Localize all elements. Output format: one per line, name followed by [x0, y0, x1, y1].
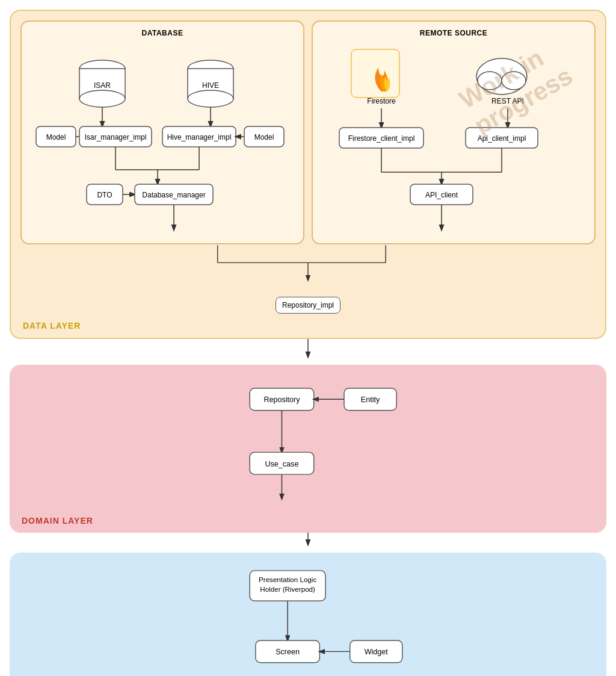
svg-text:Model: Model	[254, 133, 274, 141]
svg-point-2	[79, 90, 125, 107]
domain-layer: DOMAIN LAYER Repository Entity Use_case	[10, 365, 606, 533]
presentation-layer: PRESENTATION LAYER Presentation Logic Ho…	[10, 553, 606, 676]
svg-text:Entity: Entity	[361, 395, 380, 404]
svg-point-6	[188, 90, 233, 107]
svg-text:Repository: Repository	[263, 395, 300, 404]
data-to-repo-svg	[20, 244, 596, 293]
svg-text:Model: Model	[46, 133, 66, 141]
data-layer-label: DATA LAYER	[23, 321, 81, 330]
svg-text:Presentation Logic: Presentation Logic	[259, 575, 316, 583]
presentation-svg: Presentation Logic Holder (Riverpod) Scr…	[19, 562, 597, 676]
svg-text:Api_client_impl: Api_client_impl	[478, 134, 526, 143]
diagram-wrapper: DATA LAYER DATABASE ISAR HIVE	[0, 0, 616, 676]
svg-text:Isar_manager_impl: Isar_manager_impl	[85, 133, 147, 141]
svg-text:REST API: REST API	[491, 97, 524, 105]
svg-text:Hive_manager_impl: Hive_manager_impl	[167, 133, 232, 141]
svg-text:Firestore_client_impl: Firestore_client_impl	[348, 134, 415, 143]
repo-impl-box: Repository_impl	[276, 297, 340, 314]
svg-text:Holder (Riverpod): Holder (Riverpod)	[260, 585, 315, 593]
repo-impl-container: Repository_impl	[20, 297, 596, 314]
remote-source-section: REMOTE SOURCE Work inprogress Firestore	[312, 20, 596, 244]
svg-text:Widget: Widget	[365, 648, 389, 656]
database-section: DATABASE ISAR HIVE	[20, 20, 304, 244]
domain-svg: Repository Entity Use_case	[19, 374, 597, 507]
database-title: DATABASE	[29, 29, 296, 37]
svg-text:HIVE: HIVE	[202, 81, 219, 90]
svg-text:DTO: DTO	[97, 191, 112, 199]
svg-rect-30	[351, 49, 399, 98]
svg-text:Firestore: Firestore	[367, 97, 396, 105]
svg-text:Database_manager: Database_manager	[142, 191, 205, 199]
data-layer: DATA LAYER DATABASE ISAR HIVE	[10, 10, 606, 339]
domain-layer-label: DOMAIN LAYER	[22, 516, 93, 526]
svg-point-33	[478, 72, 502, 90]
database-svg: ISAR HIVE Model	[29, 43, 296, 236]
svg-text:ISAR: ISAR	[94, 81, 111, 90]
svg-text:API_client: API_client	[425, 191, 458, 199]
svg-text:Use_case: Use_case	[265, 460, 298, 468]
data-layer-inner: DATABASE ISAR HIVE	[20, 20, 596, 244]
data-domain-arrow	[10, 339, 606, 363]
remote-svg: Firestore REST API Firestore_client_imp	[320, 43, 587, 236]
remote-source-title: REMOTE SOURCE	[320, 29, 587, 37]
svg-text:Screen: Screen	[276, 648, 300, 656]
svg-point-34	[502, 72, 526, 90]
domain-presentation-arrow	[10, 533, 606, 551]
